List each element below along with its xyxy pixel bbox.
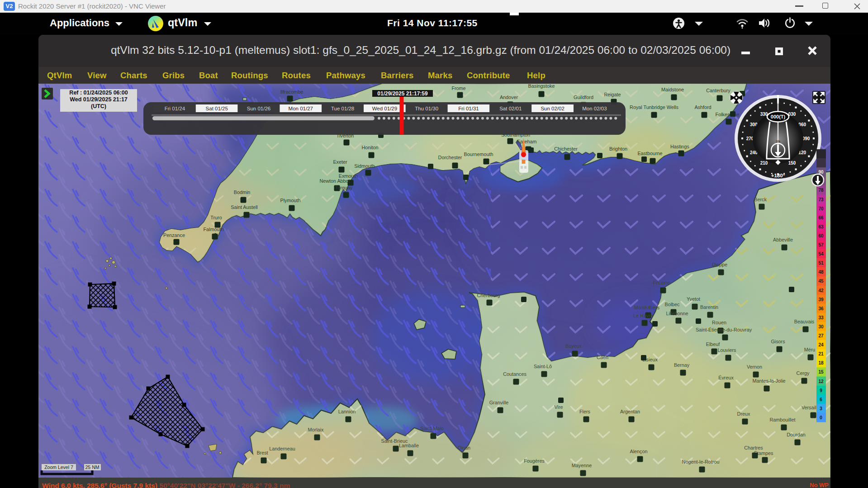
svg-text:Rambouillet: Rambouillet: [769, 417, 795, 422]
svg-text:150: 150: [788, 161, 796, 166]
svg-text:Caen: Caen: [597, 355, 608, 360]
svg-text:45: 45: [818, 279, 824, 284]
svg-text:15: 15: [818, 370, 824, 374]
svg-text:18k: 18k: [776, 140, 781, 143]
svg-text:Le Havre: Le Havre: [633, 313, 653, 318]
svg-text:Tue 01/28: Tue 01/28: [331, 106, 354, 111]
svg-text:Fareham: Fareham: [517, 139, 536, 144]
svg-text:Bournemouth: Bournemouth: [464, 152, 493, 157]
svg-text:33: 33: [818, 315, 824, 320]
svg-text:Alençon: Alençon: [630, 449, 647, 454]
svg-text:Vernon: Vernon: [747, 364, 762, 370]
svg-text:Eastbourne: Eastbourne: [637, 151, 662, 156]
svg-text:Thu 01/30: Thu 01/30: [415, 106, 438, 111]
svg-text:Fécamp: Fécamp: [653, 280, 670, 285]
svg-text:Morlaix: Morlaix: [308, 427, 324, 432]
svg-text:Wed 01/29/2025 21:17: Wed 01/29/2025 21:17: [70, 96, 128, 103]
svg-text:39: 39: [818, 297, 824, 302]
svg-text:Frome: Frome: [451, 85, 465, 91]
svg-text:Coutances: Coutances: [503, 371, 526, 377]
svg-text:Beauvais: Beauvais: [794, 319, 815, 324]
svg-text:Cherbourg: Cherbourg: [477, 293, 500, 298]
svg-text:Argentan: Argentan: [620, 409, 640, 414]
svg-text:48: 48: [818, 270, 824, 275]
svg-text:Ashford: Ashford: [694, 104, 711, 110]
svg-text:Zoom Level 7: Zoom Level 7: [44, 464, 73, 470]
svg-text:Saint-Étienne-du-Rouvray: Saint-Étienne-du-Rouvray: [696, 327, 752, 332]
svg-text:Yvetot: Yvetot: [687, 296, 700, 302]
svg-text:6: 6: [820, 397, 822, 402]
svg-text:Granville: Granville: [489, 400, 509, 405]
svg-text:63: 63: [818, 224, 824, 229]
svg-text:60: 60: [818, 233, 824, 238]
svg-text:36: 36: [818, 306, 824, 311]
svg-text:Ilfracombe: Ilfracombe: [280, 89, 303, 95]
svg-text:Évreux: Évreux: [718, 375, 734, 380]
svg-text:Sidmouth: Sidmouth: [354, 163, 375, 169]
svg-text:21: 21: [818, 351, 824, 356]
svg-text:73: 73: [818, 197, 824, 202]
svg-text:Guildford: Guildford: [574, 95, 593, 100]
svg-text:Dorchester: Dorchester: [438, 155, 462, 160]
svg-text:+180°: +180°: [771, 173, 785, 178]
svg-text:01/29/2025 21:17:59: 01/29/2025 21:17:59: [377, 90, 428, 97]
svg-text:Ref : 01/24/2025 06:00: Ref : 01/24/2025 06:00: [69, 90, 128, 96]
svg-text:Fougères: Fougères: [524, 458, 545, 464]
svg-text:Hastings: Hastings: [670, 144, 690, 149]
svg-text:Bernay: Bernay: [674, 362, 690, 368]
svg-text:Plymouth: Plymouth: [280, 198, 300, 203]
svg-text:Louviers: Louviers: [718, 347, 736, 353]
svg-text:Royal Tunbridge Wells: Royal Tunbridge Wells: [630, 104, 678, 110]
svg-text:Andover: Andover: [500, 95, 518, 100]
svg-text:30: 30: [818, 324, 824, 329]
svg-text:Gisors: Gisors: [771, 339, 785, 344]
svg-text:Penzance: Penzance: [163, 232, 185, 238]
svg-text:Falmouth: Falmouth: [203, 227, 223, 232]
svg-text:210: 210: [760, 161, 768, 166]
svg-text:000(T): 000(T): [771, 114, 786, 119]
svg-text:Mayenne: Mayenne: [572, 463, 592, 468]
svg-text:0: 0: [820, 415, 822, 420]
svg-text:Elbeuf: Elbeuf: [706, 341, 721, 347]
svg-text:Canterbury: Canterbury: [706, 88, 730, 93]
svg-text:12: 12: [818, 379, 824, 384]
svg-text:66: 66: [818, 215, 824, 220]
svg-text:Berck: Berck: [754, 197, 767, 202]
svg-text:Dinan: Dinan: [458, 445, 470, 450]
svg-text:Dieppe: Dieppe: [712, 262, 727, 267]
svg-text:Bayeux: Bayeux: [565, 343, 582, 349]
svg-text:78: 78: [818, 188, 824, 193]
svg-text:Saint-Lô: Saint-Lô: [534, 364, 552, 369]
svg-text:51: 51: [818, 261, 824, 265]
svg-text:Rouen: Rouen: [712, 320, 726, 325]
svg-text:54: 54: [818, 251, 824, 256]
svg-text:Reigate: Reigate: [604, 92, 621, 97]
svg-text:57: 57: [818, 242, 824, 247]
svg-text:Flers: Flers: [579, 409, 591, 414]
svg-text:Landerneau: Landerneau: [269, 446, 295, 451]
svg-text:Abbeville: Abbeville: [773, 237, 793, 242]
svg-text:Fri 01/31: Fri 01/31: [458, 106, 479, 111]
svg-text:Chartres: Chartres: [744, 445, 763, 450]
svg-text:Lillebonne: Lillebonne: [666, 311, 688, 316]
svg-text:Lannion: Lannion: [338, 409, 356, 414]
svg-text:Basingstoke: Basingstoke: [528, 84, 555, 89]
svg-text:3: 3: [820, 406, 822, 411]
svg-text:Maidstone: Maidstone: [661, 87, 684, 92]
svg-text:Saint Austell: Saint Austell: [231, 204, 257, 210]
svg-text:Newton Abbot: Newton Abbot: [319, 178, 350, 184]
svg-text:Montivilliers: Montivilliers: [634, 305, 660, 310]
svg-text:(UTC): (UTC): [91, 103, 106, 109]
svg-text:42: 42: [818, 288, 824, 293]
svg-text:Exeter: Exeter: [333, 159, 347, 165]
svg-text:27: 27: [818, 333, 824, 338]
svg-text:Barentin: Barentin: [700, 304, 718, 310]
svg-text:Fri 01/24: Fri 01/24: [165, 106, 185, 111]
svg-text:Brighton: Brighton: [609, 146, 627, 152]
svg-text:Wed 01/29: Wed 01/29: [372, 106, 397, 111]
svg-text:Vire: Vire: [554, 404, 563, 410]
svg-text:Saint-Malo: Saint-Malo: [420, 426, 444, 431]
svg-text:Nogent-le-Rotrou: Nogent-le-Rotrou: [682, 459, 720, 464]
svg-text:Chichester: Chichester: [554, 146, 578, 152]
svg-text:18: 18: [818, 360, 824, 365]
